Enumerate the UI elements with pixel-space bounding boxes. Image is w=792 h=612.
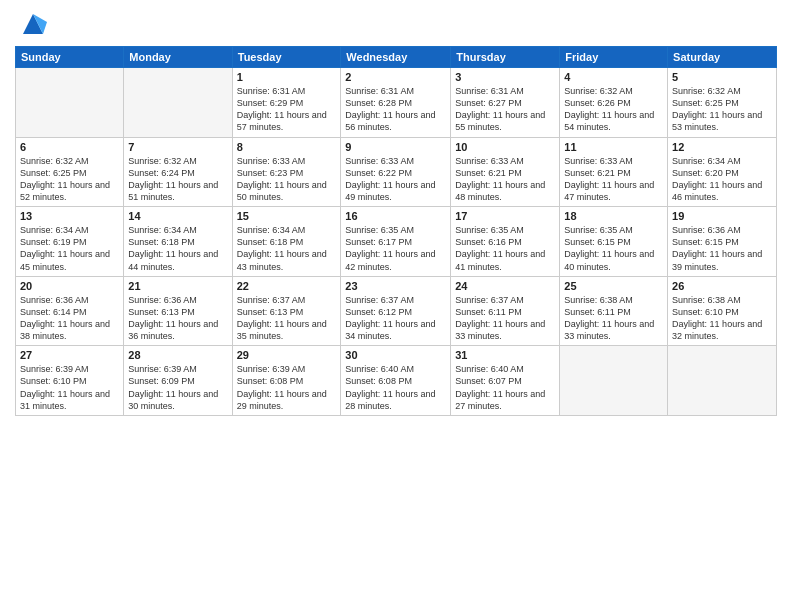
day-number: 30 xyxy=(345,349,446,361)
weekday-header-thursday: Thursday xyxy=(451,47,560,68)
weekday-header-monday: Monday xyxy=(124,47,232,68)
calendar-week-row: 13Sunrise: 6:34 AMSunset: 6:19 PMDayligh… xyxy=(16,207,777,277)
weekday-header-friday: Friday xyxy=(560,47,668,68)
day-info: Sunrise: 6:35 AMSunset: 6:15 PMDaylight:… xyxy=(564,224,663,273)
weekday-header-tuesday: Tuesday xyxy=(232,47,341,68)
day-number: 23 xyxy=(345,280,446,292)
day-info: Sunrise: 6:34 AMSunset: 6:18 PMDaylight:… xyxy=(128,224,227,273)
calendar-cell: 15Sunrise: 6:34 AMSunset: 6:18 PMDayligh… xyxy=(232,207,341,277)
calendar-cell: 1Sunrise: 6:31 AMSunset: 6:29 PMDaylight… xyxy=(232,68,341,138)
day-number: 22 xyxy=(237,280,337,292)
day-number: 4 xyxy=(564,71,663,83)
day-number: 27 xyxy=(20,349,119,361)
day-number: 31 xyxy=(455,349,555,361)
day-info: Sunrise: 6:37 AMSunset: 6:12 PMDaylight:… xyxy=(345,294,446,343)
day-number: 25 xyxy=(564,280,663,292)
calendar-week-row: 1Sunrise: 6:31 AMSunset: 6:29 PMDaylight… xyxy=(16,68,777,138)
day-number: 16 xyxy=(345,210,446,222)
calendar-cell: 6Sunrise: 6:32 AMSunset: 6:25 PMDaylight… xyxy=(16,137,124,207)
calendar-cell: 12Sunrise: 6:34 AMSunset: 6:20 PMDayligh… xyxy=(668,137,777,207)
day-info: Sunrise: 6:33 AMSunset: 6:21 PMDaylight:… xyxy=(564,155,663,204)
calendar-cell: 18Sunrise: 6:35 AMSunset: 6:15 PMDayligh… xyxy=(560,207,668,277)
day-info: Sunrise: 6:34 AMSunset: 6:20 PMDaylight:… xyxy=(672,155,772,204)
day-number: 24 xyxy=(455,280,555,292)
day-number: 7 xyxy=(128,141,227,153)
day-info: Sunrise: 6:36 AMSunset: 6:13 PMDaylight:… xyxy=(128,294,227,343)
calendar-cell: 4Sunrise: 6:32 AMSunset: 6:26 PMDaylight… xyxy=(560,68,668,138)
day-info: Sunrise: 6:39 AMSunset: 6:10 PMDaylight:… xyxy=(20,363,119,412)
calendar-cell: 16Sunrise: 6:35 AMSunset: 6:17 PMDayligh… xyxy=(341,207,451,277)
calendar-week-row: 6Sunrise: 6:32 AMSunset: 6:25 PMDaylight… xyxy=(16,137,777,207)
calendar-cell: 8Sunrise: 6:33 AMSunset: 6:23 PMDaylight… xyxy=(232,137,341,207)
day-info: Sunrise: 6:37 AMSunset: 6:13 PMDaylight:… xyxy=(237,294,337,343)
day-number: 28 xyxy=(128,349,227,361)
day-info: Sunrise: 6:33 AMSunset: 6:22 PMDaylight:… xyxy=(345,155,446,204)
calendar-cell: 27Sunrise: 6:39 AMSunset: 6:10 PMDayligh… xyxy=(16,346,124,416)
day-info: Sunrise: 6:32 AMSunset: 6:26 PMDaylight:… xyxy=(564,85,663,134)
day-number: 19 xyxy=(672,210,772,222)
day-number: 5 xyxy=(672,71,772,83)
weekday-header-saturday: Saturday xyxy=(668,47,777,68)
calendar-cell: 31Sunrise: 6:40 AMSunset: 6:07 PMDayligh… xyxy=(451,346,560,416)
day-number: 18 xyxy=(564,210,663,222)
day-number: 6 xyxy=(20,141,119,153)
page: SundayMondayTuesdayWednesdayThursdayFrid… xyxy=(0,0,792,612)
day-number: 17 xyxy=(455,210,555,222)
day-info: Sunrise: 6:34 AMSunset: 6:18 PMDaylight:… xyxy=(237,224,337,273)
day-number: 8 xyxy=(237,141,337,153)
weekday-header-row: SundayMondayTuesdayWednesdayThursdayFrid… xyxy=(16,47,777,68)
calendar-cell xyxy=(668,346,777,416)
day-info: Sunrise: 6:33 AMSunset: 6:23 PMDaylight:… xyxy=(237,155,337,204)
calendar-cell xyxy=(124,68,232,138)
day-info: Sunrise: 6:32 AMSunset: 6:25 PMDaylight:… xyxy=(672,85,772,134)
calendar-cell: 19Sunrise: 6:36 AMSunset: 6:15 PMDayligh… xyxy=(668,207,777,277)
calendar-cell: 22Sunrise: 6:37 AMSunset: 6:13 PMDayligh… xyxy=(232,276,341,346)
day-info: Sunrise: 6:36 AMSunset: 6:14 PMDaylight:… xyxy=(20,294,119,343)
day-info: Sunrise: 6:38 AMSunset: 6:10 PMDaylight:… xyxy=(672,294,772,343)
day-info: Sunrise: 6:40 AMSunset: 6:07 PMDaylight:… xyxy=(455,363,555,412)
calendar-cell xyxy=(16,68,124,138)
day-info: Sunrise: 6:32 AMSunset: 6:24 PMDaylight:… xyxy=(128,155,227,204)
day-number: 29 xyxy=(237,349,337,361)
day-info: Sunrise: 6:32 AMSunset: 6:25 PMDaylight:… xyxy=(20,155,119,204)
day-info: Sunrise: 6:31 AMSunset: 6:28 PMDaylight:… xyxy=(345,85,446,134)
calendar-cell: 5Sunrise: 6:32 AMSunset: 6:25 PMDaylight… xyxy=(668,68,777,138)
day-number: 14 xyxy=(128,210,227,222)
weekday-header-sunday: Sunday xyxy=(16,47,124,68)
day-number: 15 xyxy=(237,210,337,222)
day-info: Sunrise: 6:34 AMSunset: 6:19 PMDaylight:… xyxy=(20,224,119,273)
day-number: 3 xyxy=(455,71,555,83)
calendar-cell: 11Sunrise: 6:33 AMSunset: 6:21 PMDayligh… xyxy=(560,137,668,207)
calendar-cell: 14Sunrise: 6:34 AMSunset: 6:18 PMDayligh… xyxy=(124,207,232,277)
calendar-cell: 24Sunrise: 6:37 AMSunset: 6:11 PMDayligh… xyxy=(451,276,560,346)
day-info: Sunrise: 6:35 AMSunset: 6:16 PMDaylight:… xyxy=(455,224,555,273)
calendar-cell xyxy=(560,346,668,416)
day-info: Sunrise: 6:33 AMSunset: 6:21 PMDaylight:… xyxy=(455,155,555,204)
calendar-cell: 3Sunrise: 6:31 AMSunset: 6:27 PMDaylight… xyxy=(451,68,560,138)
weekday-header-wednesday: Wednesday xyxy=(341,47,451,68)
day-info: Sunrise: 6:31 AMSunset: 6:27 PMDaylight:… xyxy=(455,85,555,134)
day-info: Sunrise: 6:40 AMSunset: 6:08 PMDaylight:… xyxy=(345,363,446,412)
day-number: 11 xyxy=(564,141,663,153)
calendar-cell: 28Sunrise: 6:39 AMSunset: 6:09 PMDayligh… xyxy=(124,346,232,416)
calendar-cell: 13Sunrise: 6:34 AMSunset: 6:19 PMDayligh… xyxy=(16,207,124,277)
calendar-cell: 2Sunrise: 6:31 AMSunset: 6:28 PMDaylight… xyxy=(341,68,451,138)
calendar-cell: 9Sunrise: 6:33 AMSunset: 6:22 PMDaylight… xyxy=(341,137,451,207)
day-number: 26 xyxy=(672,280,772,292)
calendar-cell: 30Sunrise: 6:40 AMSunset: 6:08 PMDayligh… xyxy=(341,346,451,416)
day-info: Sunrise: 6:31 AMSunset: 6:29 PMDaylight:… xyxy=(237,85,337,134)
day-info: Sunrise: 6:36 AMSunset: 6:15 PMDaylight:… xyxy=(672,224,772,273)
day-number: 1 xyxy=(237,71,337,83)
day-info: Sunrise: 6:37 AMSunset: 6:11 PMDaylight:… xyxy=(455,294,555,343)
calendar-cell: 10Sunrise: 6:33 AMSunset: 6:21 PMDayligh… xyxy=(451,137,560,207)
calendar-cell: 23Sunrise: 6:37 AMSunset: 6:12 PMDayligh… xyxy=(341,276,451,346)
day-number: 21 xyxy=(128,280,227,292)
calendar-cell: 21Sunrise: 6:36 AMSunset: 6:13 PMDayligh… xyxy=(124,276,232,346)
day-info: Sunrise: 6:39 AMSunset: 6:09 PMDaylight:… xyxy=(128,363,227,412)
calendar-cell: 29Sunrise: 6:39 AMSunset: 6:08 PMDayligh… xyxy=(232,346,341,416)
day-number: 2 xyxy=(345,71,446,83)
day-number: 9 xyxy=(345,141,446,153)
calendar-cell: 25Sunrise: 6:38 AMSunset: 6:11 PMDayligh… xyxy=(560,276,668,346)
calendar-week-row: 27Sunrise: 6:39 AMSunset: 6:10 PMDayligh… xyxy=(16,346,777,416)
day-number: 12 xyxy=(672,141,772,153)
